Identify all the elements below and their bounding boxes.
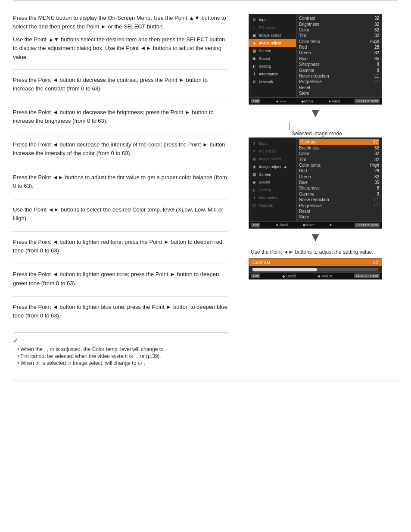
osd-val-row-red: Red28 <box>299 168 379 174</box>
page: Press the MENU button to display the On-… <box>0 0 411 532</box>
intro-para1: Press the MENU button to display the On-… <box>13 14 228 31</box>
osd-val-row-gamma: Gamma8 <box>299 67 379 73</box>
section-color-temp: Use the Point ◄► buttons to select the d… <box>13 199 228 227</box>
section-brightness: Press the Point ◄ button to decrease the… <box>13 102 228 130</box>
osd-val-row-blue: Blue35 <box>299 56 379 62</box>
osd-slider-track <box>252 268 378 271</box>
osd-val-row-store: Store <box>299 90 379 96</box>
osd-menu-item-image-select: ▣Image select <box>249 155 296 163</box>
osd-exit-btn-1: Exit <box>251 99 260 103</box>
arrow-down-1: ▼ <box>309 106 321 120</box>
osd-val-row-noise-reduction: Noise reductionL1 <box>299 73 379 79</box>
osd-sel-btn-1: SELECT Next <box>355 99 380 103</box>
bottom-divider <box>13 380 398 380</box>
osd-menu-item-sound: ◉Sound <box>249 55 296 62</box>
osd-move-1: ◆Move <box>301 99 314 103</box>
osd-menu-item-image-adjust: ◈Image adjust ◄ <box>249 163 296 171</box>
arrow-down-2: ▼ <box>309 230 321 244</box>
section-contrast: Press the Point ◄ button to decrease the… <box>13 69 228 97</box>
osd-menu-col-2: ⚙Input≡PC adjust▣Image select◈Image adju… <box>249 138 296 221</box>
osd-val-row-contrast: Contrast32 <box>299 16 379 21</box>
osd-menu-item-setting: ◐Setting <box>249 186 296 194</box>
notes-list: • When the , , or is adjusted, the Color… <box>13 346 228 366</box>
section-tint: Press the Point ◄► buttons to adjust the… <box>13 167 228 195</box>
osd-val-row-green: Green32 <box>299 174 379 180</box>
osd-val-row-brightness: Brightness32 <box>299 145 379 151</box>
osd-menu-item-screen: ▦Screen <box>249 171 296 178</box>
section-red: Press the Point ◄ button to lighten red … <box>13 231 228 259</box>
tint-text: Press the Point ◄► buttons to adjust the… <box>13 173 228 190</box>
use-point-label: Use the Point ◄► buttons to adjust the s… <box>249 249 382 256</box>
osd-exit-btn-2: Exit <box>251 223 260 227</box>
osd-val-row-color-temp.: Color temp.High <box>299 39 379 44</box>
intro-block: Press the MENU button to display the On-… <box>13 14 228 62</box>
osd-slider-value: 32 <box>373 260 378 265</box>
osd-val-row-color-temp.: Color temp.High <box>299 162 379 168</box>
osd-val-row-sharpness: Sharpness8 <box>299 185 379 191</box>
osd-menu-item-information: ℹInformation <box>249 70 296 78</box>
osd-back-2: ◄ Back <box>274 223 288 227</box>
osd-values-col-1: Contrast32Brightness32Color32Tint32Color… <box>296 14 382 97</box>
osd-next-1: ►Next <box>328 99 340 103</box>
osd-slider-fill <box>252 268 317 271</box>
osd-val-row-store: Store <box>299 214 379 220</box>
note-block: ✓ • When the , , or is adjusted, the Col… <box>13 332 228 366</box>
osd-screenshot-2: ⚙Input≡PC adjust▣Image select◈Image adju… <box>246 137 384 228</box>
osd-val-row-reset: Reset <box>299 208 379 214</box>
osd-val-row-blue: Blue35 <box>299 180 379 185</box>
osd-footer-1: Exit ◄ ----- ◆Move ►Next SELECT Next <box>249 97 382 104</box>
osd-slider-header: Contrast 32 <box>249 258 382 266</box>
osd-slider-back: SELECT Back <box>354 274 380 278</box>
osd-screenshot-1: ⚙Input≡PC adjust▣Image select◈Image adju… <box>246 14 384 105</box>
note-item-2: • Tint cannot be selected when the video… <box>13 353 228 359</box>
osd-box-2: ⚙Input≡PC adjust▣Image select◈Image adju… <box>249 137 382 228</box>
osd-move-2: ◆Move <box>302 223 315 227</box>
osd-box-1: ⚙Input≡PC adjust▣Image select◈Image adju… <box>249 14 382 105</box>
osd-val-row-tint: Tint32 <box>299 156 379 162</box>
osd-val-row-brightness: Brightness32 <box>299 21 379 27</box>
osd-menu-item-information: ℹInformation <box>249 194 296 202</box>
section-color: Press the Point ◄ button decrease the in… <box>13 134 228 162</box>
check-mark: ✓ <box>13 337 228 345</box>
osd-val-row-color: Color32 <box>299 151 379 156</box>
osd-slider-exit: Exit <box>251 274 260 278</box>
selected-image-mode-label: Selected Image mode <box>249 122 382 137</box>
osd-val-row-progressive: ProgressiveL1 <box>299 202 379 208</box>
osd-menu-item-screen: ▦Screen <box>249 47 296 55</box>
osd-menu-item-input: ⚙Input <box>249 16 296 24</box>
intro-para2: Use the Point ▲▼ buttons select the desi… <box>13 35 228 61</box>
osd-menu-item-network: ⚙Network <box>249 202 296 209</box>
osd-next-2: ► ----- <box>329 223 340 227</box>
osd-val-row-reset: Reset <box>299 85 379 90</box>
osd-menu-item-image-adjust: ◈Image adjust <box>249 39 296 47</box>
osd-slider-scroll: ◆ Scroll <box>282 274 296 278</box>
note-item-1: • When the , , or is adjusted, the Color… <box>13 346 228 352</box>
osd-menu-item-image-select: ▣Image select <box>249 31 296 39</box>
osd-back-1: ◄ ----- <box>275 99 286 103</box>
osd-menu-item-pc-adjust: ≡PC adjust <box>249 147 296 155</box>
osd-menu-col-1: ⚙Input≡PC adjust▣Image select◈Image adju… <box>249 14 296 97</box>
osd-slider-bar-row <box>249 266 382 272</box>
osd-val-row-gamma: Gamma9 <box>299 191 379 197</box>
green-text: Press the Point ◄ button to lighten gree… <box>13 270 228 287</box>
red-text: Press the Point ◄ button to lighten red … <box>13 238 228 255</box>
blue-text: Press the Point ◄ button to lighten blue… <box>13 303 228 320</box>
osd-val-row-progressive: ProgressiveL1 <box>299 79 379 84</box>
osd-menu-item-pc-adjust: ≡PC adjust <box>249 24 296 31</box>
osd-menu-item-network: ⚙Network <box>249 78 296 86</box>
note-item-3: • When or is selected in Image select, w… <box>13 360 228 366</box>
osd-val-row-noise-reduction: Noise reductionL1 <box>299 197 379 202</box>
osd-sel-btn-2: SELECT Next <box>355 223 380 227</box>
osd-val-row-red: Red28 <box>299 44 379 50</box>
osd-footer-2: Exit ◄ Back ◆Move ► ----- SELECT Next <box>249 221 382 228</box>
color-text: Press the Point ◄ button decrease the in… <box>13 140 228 158</box>
osd-slider-adjust: ◆ Adjust <box>318 274 332 278</box>
right-column: ⚙Input≡PC adjust▣Image select◈Image adju… <box>228 14 398 367</box>
osd-menu-item-input: ⚙Input <box>249 140 296 147</box>
osd-val-row-color: Color32 <box>299 27 379 33</box>
osd-slider-box: Contrast 32 Exit ◆ Scroll ◆ Adjust SELEC… <box>249 258 382 280</box>
brightness-text: Press the Point ◄ button to decrease the… <box>13 108 228 125</box>
color-temp-text: Use the Point ◄► buttons to select the d… <box>13 205 228 223</box>
left-column: Press the MENU button to display the On-… <box>13 14 228 367</box>
osd-val-row-green: Green32 <box>299 50 379 56</box>
